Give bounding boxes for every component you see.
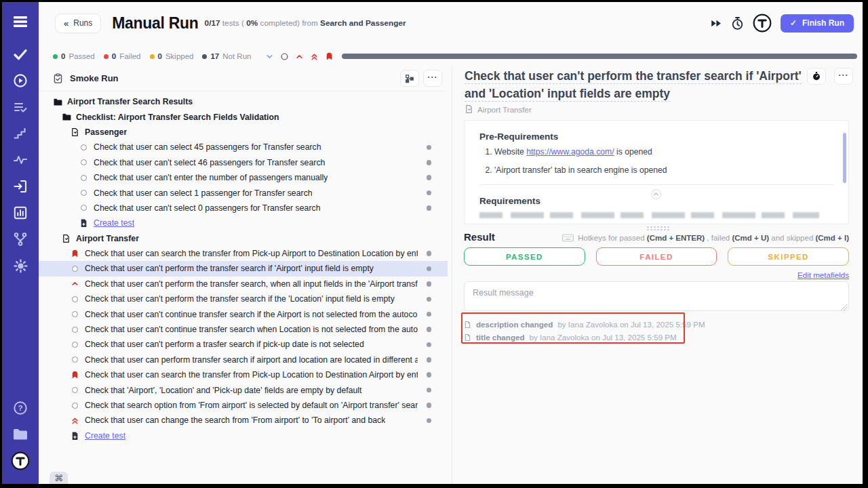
not-run-dot-icon [427, 297, 432, 302]
priority-high-icon[interactable] [295, 52, 304, 61]
sidebar-test-plan-button[interactable] [9, 97, 32, 117]
not-run-dot-icon [427, 327, 432, 332]
tree-item-label: Airport Transfer Search Results [67, 97, 193, 106]
sidebar-steps-button[interactable] [9, 123, 32, 144]
test-row[interactable]: Check that user can't perform the transf… [39, 291, 448, 306]
test-row[interactable]: Check that search option from 'From airp… [39, 398, 448, 413]
tree-item-label: Check that user can't continue transfer … [85, 310, 418, 319]
test-row[interactable]: Check that 'Airport', 'Location' and 'Pi… [39, 382, 448, 397]
test-row[interactable]: Check that user can't continue transfer … [39, 322, 448, 337]
settings-gear-icon [13, 258, 28, 274]
panel-resize-grip[interactable] [646, 226, 669, 230]
not-run-dot-icon [427, 190, 432, 196]
sidebar-analytics-button[interactable] [9, 203, 32, 223]
tree-view-button[interactable] [400, 70, 419, 87]
clipped-requirements-text [479, 212, 819, 218]
sidebar-help-button[interactable]: ? [9, 398, 32, 418]
chevron-down-icon[interactable] [265, 52, 274, 61]
sidebar: ? [2, 2, 39, 484]
description-card: Pre-Requirements Website https://www.ago… [464, 120, 849, 224]
stat-failed: 0Failed [104, 52, 141, 60]
breadcrumb: Airport Transfer [465, 104, 532, 114]
folder-row[interactable]: Airport Transfer Search Results [39, 94, 448, 109]
tests-check-icon [12, 46, 28, 62]
command-key-badge[interactable]: ⌘ [50, 472, 68, 484]
test-row[interactable]: Check that user can search the transfer … [39, 367, 448, 382]
priority-high-icon [70, 279, 80, 288]
edit-metafields-link[interactable]: Edit metafields [797, 270, 849, 279]
tree-item-label: Check that user can't continue transfer … [85, 325, 418, 334]
tree-item-label: Check that user can't select 0 passenger… [94, 203, 321, 213]
stopwatch-icon[interactable] [731, 16, 744, 30]
failed-button[interactable]: FAILED [596, 247, 717, 266]
circle-status-icon [70, 266, 80, 272]
test-row[interactable]: Check that user can search the transfer … [39, 246, 448, 261]
test-row[interactable]: Check that user can't perform the transf… [39, 261, 448, 276]
create-test-link[interactable]: Create test [39, 428, 448, 443]
fast-forward-icon[interactable] [710, 19, 722, 28]
priority-critical-icon[interactable] [310, 52, 319, 61]
sidebar-profile-avatar-button[interactable] [9, 451, 32, 471]
sidebar-pulse-button[interactable] [9, 150, 32, 170]
folder-row[interactable]: Checklist: Airport Transfer Search Field… [39, 109, 448, 124]
tree-item-label: Check that user can't perform the transf… [85, 279, 418, 289]
description-scrollbar[interactable] [843, 133, 846, 183]
back-to-runs-button[interactable]: « Runs [55, 14, 101, 33]
test-title-line: and 'Location' input fields are empty [465, 87, 670, 102]
sidebar-branch-button[interactable] [9, 229, 32, 249]
sidebar-menu-button[interactable] [9, 12, 32, 32]
create-test-icon [70, 431, 80, 441]
circle-filter-icon[interactable] [280, 52, 289, 61]
not-run-dot-icon [427, 418, 432, 424]
sidebar-sign-in-button[interactable] [9, 176, 32, 197]
stopwatch-filled-button[interactable] [807, 68, 826, 85]
detail-more-button[interactable]: ··· [834, 68, 853, 85]
test-row[interactable]: Check that user can't select 46 passenge… [39, 155, 448, 170]
test-row[interactable]: Check that user can't perform a trasfer … [39, 337, 448, 352]
test-row[interactable]: Check that user can change the search fr… [39, 413, 448, 428]
sidebar-projects-folder-button[interactable] [9, 424, 32, 445]
document-row[interactable]: Airport Transfer [39, 231, 448, 246]
test-row[interactable]: Check that user can't perform the transf… [39, 277, 448, 291]
skipped-button[interactable]: SKIPPED [728, 247, 849, 266]
tree-item-label: Passenger [85, 127, 127, 137]
pre-requirement-item: Website https://www.agoda.com/ is opened [494, 147, 833, 157]
test-title[interactable]: Check that user can't perform the transf… [465, 68, 802, 102]
app-window: ? « Runs Manual Run 0/17 tests ( 0% comp… [2, 2, 863, 484]
run-clipboard-icon [53, 73, 63, 84]
sidebar-bottom-icons: ? [2, 398, 39, 477]
sidebar-tests-check-button[interactable] [9, 44, 32, 64]
subtitle-part: Search and Passenger [320, 18, 406, 28]
circle-status-icon [70, 387, 80, 393]
run-progress-bar [342, 54, 857, 59]
sidebar-settings-gear-button[interactable] [9, 256, 32, 276]
result-message-input[interactable] [464, 281, 849, 311]
circle-status-icon [70, 296, 80, 302]
circle-status-icon [79, 175, 89, 181]
prerequisite-link[interactable]: https://www.agoda.com/ [526, 147, 614, 157]
passed-button[interactable]: PASSED [464, 247, 585, 266]
collapse-section-handle[interactable] [651, 189, 661, 199]
create-test-link[interactable]: Create test [39, 216, 448, 230]
document-row[interactable]: Passenger [39, 125, 448, 140]
blocker-flag-icon[interactable] [325, 52, 334, 61]
double-chevron-left-icon: « [64, 18, 68, 28]
test-row[interactable]: Check that user can't enter the number o… [39, 170, 448, 185]
sidebar-play-circle-button[interactable] [9, 70, 32, 91]
section-divider [479, 184, 833, 185]
circle-status-icon [70, 311, 80, 317]
run-more-button[interactable]: ··· [423, 70, 442, 87]
circle-status-icon [70, 403, 80, 409]
test-row[interactable]: Check that user can select 1 passenger f… [39, 185, 448, 200]
test-row[interactable]: Check that user can't continue transfer … [39, 306, 448, 321]
user-avatar[interactable] [753, 14, 772, 33]
check-icon: ✓ [790, 18, 797, 28]
test-row[interactable]: Check that user can perform transfer sea… [39, 352, 448, 367]
textarea-resize-handle[interactable] [841, 304, 847, 310]
activity-log: description changed by Iana Zavoloka on … [464, 318, 705, 344]
test-row[interactable]: Check that user can't select 0 passenger… [39, 201, 448, 216]
finish-run-button[interactable]: ✓ Finish Run [781, 14, 854, 33]
not-run-dot-icon [427, 205, 432, 211]
edit-metafields: Edit metafields [797, 270, 849, 279]
test-row[interactable]: Check that user can select 45 passengers… [39, 140, 448, 155]
